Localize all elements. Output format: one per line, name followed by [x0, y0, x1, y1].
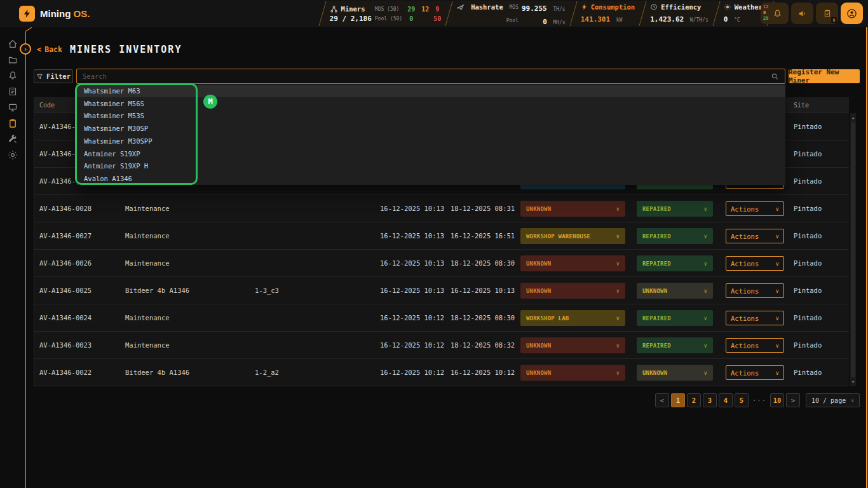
location-select[interactable]: UNKNOWN∨: [520, 283, 625, 299]
hashrate-pool-value: 0: [543, 18, 547, 26]
updated-date: 16-12-2025 10:13: [451, 287, 515, 294]
actions-select[interactable]: Actions∨: [726, 338, 784, 353]
site: Pintado: [794, 314, 822, 322]
pagination-prev[interactable]: <: [655, 393, 669, 407]
notifications-button[interactable]: 12 0 29: [761, 3, 789, 24]
status-select[interactable]: UNKNOWN∨: [637, 365, 713, 381]
actions-select[interactable]: Actions∨: [726, 256, 784, 271]
tasks-badge: 0: [831, 17, 837, 23]
scroll-up-icon[interactable]: ▲: [850, 114, 856, 121]
sidebar-item-home[interactable]: [8, 38, 18, 49]
actions-select[interactable]: Actions∨: [726, 311, 784, 325]
miner-model: Bitdeer 4b A1346: [125, 287, 189, 294]
suggestion-option[interactable]: Whatsminer M30SP: [76, 122, 785, 135]
sidebar-item-document[interactable]: [8, 86, 18, 97]
scroll-down-icon[interactable]: ▼: [850, 379, 856, 385]
tools-icon: [8, 134, 18, 144]
sidebar-item-folder[interactable]: [8, 54, 18, 65]
miner-code: AV-A1346-0024: [39, 314, 92, 322]
app-logo: Mining OS.: [19, 6, 90, 22]
pagination-next[interactable]: >: [786, 393, 800, 407]
miner-model: Maintenance: [125, 259, 170, 267]
status-select[interactable]: REPAIRED∨: [637, 228, 713, 244]
actions-select[interactable]: Actions∨: [726, 283, 784, 298]
chevron-down-icon: ∨: [703, 206, 707, 212]
location-select[interactable]: UNKNOWN∨: [520, 365, 625, 381]
updated-date: 18-12-2025 08:32: [451, 341, 515, 349]
miners-mos-label: MOS (50): [375, 6, 402, 12]
pagination-page-3[interactable]: 3: [703, 393, 717, 407]
location-select[interactable]: WORKSHOP LAB∨: [520, 310, 625, 326]
scrollbar-thumb[interactable]: [851, 122, 855, 377]
notification-badges: 12 0 29: [763, 4, 768, 22]
created-date: 16-12-2025 10:13: [380, 287, 444, 294]
site: Pintado: [794, 150, 822, 158]
miners-mos-ok: 29: [405, 6, 417, 13]
chevron-down-icon: ∨: [703, 315, 707, 322]
pagination-page-10[interactable]: 10: [770, 393, 784, 407]
table-scrollbar[interactable]: ▲ ▼: [850, 113, 856, 386]
miners-icon: [330, 5, 338, 13]
pagination-ellipsis: ···: [750, 393, 768, 407]
created-date: 16-12-2025 10:13: [380, 205, 444, 212]
stat-efficiency: Efficiency 1,423.62 W/TH/s: [642, 0, 716, 27]
search-input[interactable]: [83, 72, 771, 80]
site: Pintado: [794, 369, 822, 376]
sidebar-item-monitor[interactable]: [8, 102, 18, 112]
status-select[interactable]: UNKNOWN∨: [637, 283, 713, 299]
status-select[interactable]: REPAIRED∨: [637, 337, 713, 353]
actions-select[interactable]: Actions∨: [726, 365, 784, 380]
table-row: AV-A1346-0023 Maintenance 16-12-2025 10:…: [34, 332, 849, 359]
suggestion-option[interactable]: Whatsminer M56S: [76, 97, 785, 110]
suggestion-option[interactable]: Antminer S19XP: [76, 147, 785, 160]
table-row: AV-A1346-0022 Bitdeer 4b A1346 1-2_a2 16…: [34, 359, 849, 386]
suggestion-option[interactable]: Whatsminer M30SPP: [76, 135, 785, 147]
mute-button[interactable]: [791, 3, 813, 24]
tasks-button[interactable]: 0: [816, 3, 838, 24]
status-select[interactable]: REPAIRED∨: [637, 310, 713, 326]
suggestion-option[interactable]: Antminer S19XP H: [76, 160, 785, 173]
sidebar-item-clipboard[interactable]: [8, 118, 18, 128]
location-select[interactable]: WORKSHOP WAREHOUSE∨: [520, 228, 625, 244]
page-size-select[interactable]: 10 / page ∨: [806, 393, 860, 407]
sidebar-item-gear[interactable]: [8, 149, 18, 160]
chevron-down-icon: ∨: [616, 315, 620, 322]
location-select[interactable]: UNKNOWN∨: [520, 201, 625, 217]
sidebar-expand-toggle[interactable]: ›: [20, 43, 31, 55]
suggestion-option[interactable]: Avalon A1346: [76, 172, 785, 185]
sidebar-item-tools[interactable]: [8, 133, 18, 144]
efficiency-unit: W/TH/s: [690, 17, 709, 23]
miner-model: Maintenance: [125, 314, 170, 322]
suggestion-option[interactable]: Whatsminer M63: [76, 85, 785, 97]
updated-date: 18-12-2025 08:30: [451, 259, 515, 267]
miner-code: AV-A1346-0022: [39, 369, 92, 376]
site: Pintado: [794, 123, 822, 130]
sidebar-item-bell[interactable]: [8, 70, 18, 81]
chevron-down-icon: ∨: [776, 342, 779, 349]
badge-critical: 12: [763, 4, 768, 10]
actions-select[interactable]: Actions∨: [726, 229, 784, 243]
page-header: <Back MINERS INVENTORY: [37, 44, 182, 55]
pagination-page-1[interactable]: 1: [671, 393, 685, 407]
location-select[interactable]: UNKNOWN∨: [520, 255, 625, 271]
status-select[interactable]: REPAIRED∨: [637, 201, 713, 217]
miners-mos-err: 9: [433, 6, 441, 13]
miner-model: Maintenance: [125, 341, 170, 349]
chevron-down-icon: ∨: [776, 233, 779, 240]
search-icon: [771, 72, 779, 81]
miner-model: Maintenance: [125, 232, 170, 240]
filter-button[interactable]: Filter: [34, 69, 73, 83]
chevron-down-icon: ∨: [616, 261, 620, 267]
location-select[interactable]: UNKNOWN∨: [520, 337, 625, 353]
pagination-page-5[interactable]: 5: [735, 393, 749, 407]
pagination-page-2[interactable]: 2: [687, 393, 701, 407]
account-button[interactable]: [841, 3, 863, 24]
back-button[interactable]: <Back: [37, 45, 62, 54]
badge-warning: 0: [763, 10, 768, 16]
pagination-page-4[interactable]: 4: [719, 393, 733, 407]
suggestion-option[interactable]: Whatsminer M53S: [76, 110, 785, 123]
status-select[interactable]: REPAIRED∨: [637, 255, 713, 271]
register-new-miner-button[interactable]: Register New Miner: [789, 69, 860, 83]
actions-select[interactable]: Actions∨: [726, 201, 784, 216]
stat-miners: Miners MOS (50) 29 12 9 29 / 2,186 Pool …: [322, 0, 449, 27]
